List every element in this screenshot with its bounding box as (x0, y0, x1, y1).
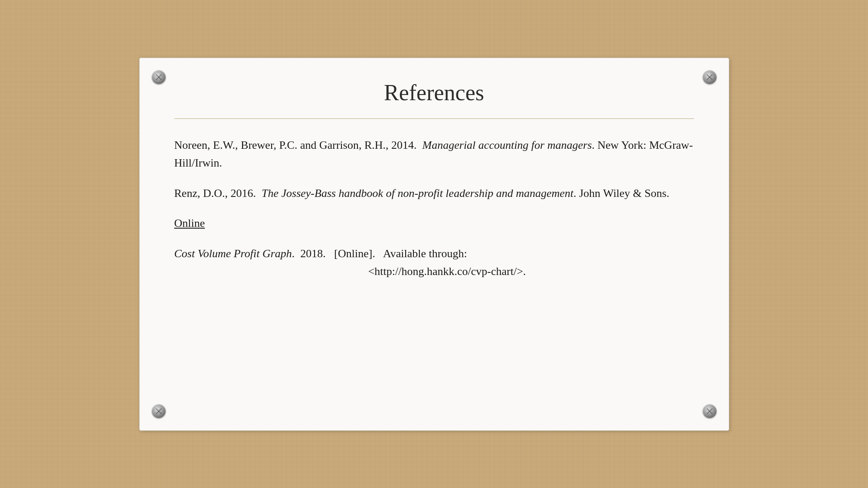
ref2-publisher: . John Wiley & Sons. (573, 187, 669, 200)
list-item: Renz, D.O., 2016. The Jossey-Bass handbo… (174, 184, 694, 203)
ref3-year: . 2018. [Online]. Available through: (292, 247, 467, 260)
page-title: References (174, 80, 694, 105)
ref1-title: Managerial accounting for managers (423, 139, 592, 151)
references-content: Noreen, E.W., Brewer, P.C. and Garrison,… (174, 136, 694, 281)
list-item: Online (174, 214, 694, 233)
screw-bottom-left-icon (152, 404, 166, 418)
ref3-url: <http://hong.hankk.co/cvp-chart/>. (174, 262, 694, 281)
ref2-authors: Renz, D.O., 2016. (174, 187, 262, 200)
list-item: Cost Volume Profit Graph. 2018. [Online]… (174, 245, 694, 281)
screw-top-right-icon (703, 70, 717, 84)
slide-container: References Noreen, E.W., Brewer, P.C. an… (139, 58, 729, 431)
screw-bottom-right-icon (703, 404, 717, 418)
ref2-title: The Jossey-Bass handbook of non-profit l… (262, 187, 573, 200)
screw-top-left-icon (152, 70, 166, 84)
ref3-title: Cost Volume Profit Graph (174, 247, 292, 260)
online-section-label: Online (174, 214, 694, 233)
ref1-authors: Noreen, E.W., Brewer, P.C. and Garrison,… (174, 139, 423, 151)
list-item: Noreen, E.W., Brewer, P.C. and Garrison,… (174, 136, 694, 172)
title-divider (174, 118, 694, 119)
